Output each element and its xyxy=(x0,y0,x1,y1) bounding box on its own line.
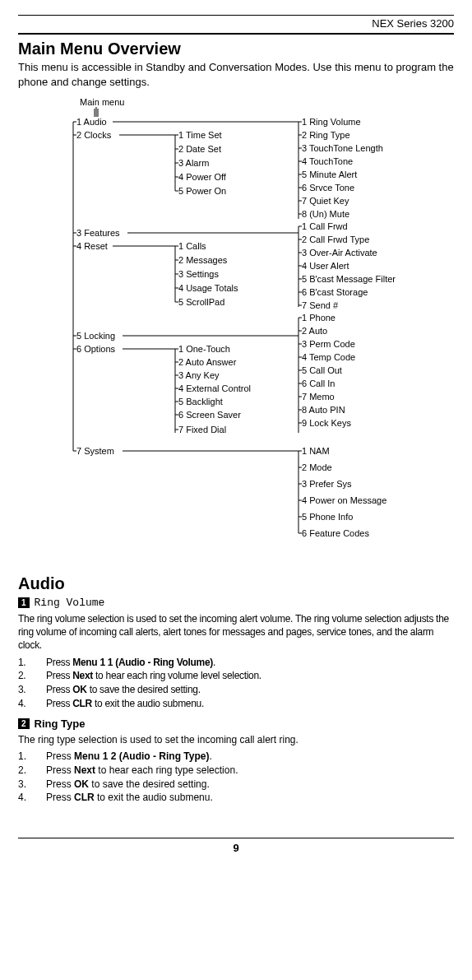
tree-item: 4 Power on Message xyxy=(302,495,386,505)
tree-item: 2 Auto Answer xyxy=(178,357,236,367)
section-number-icon: 1 xyxy=(18,597,30,608)
ring-volume-steps: 1.Press Menu 1 1 (Audio - Ring Volume). … xyxy=(18,656,454,711)
step-text: Press OK to save the desired setting. xyxy=(46,683,201,697)
product-name: NEX Series 3200 xyxy=(18,17,454,30)
step-text: Press Menu 1 2 (Audio - Ring Type). xyxy=(46,750,212,764)
tree-item: 6 Options xyxy=(76,344,115,354)
tree-item: 2 Clocks xyxy=(76,130,111,140)
tree-item: 1 One-Touch xyxy=(178,344,230,354)
tree-item: 6 Srvce Tone xyxy=(302,183,354,193)
tree-item: 6 Call In xyxy=(302,379,335,388)
tree-item: 3 Settings xyxy=(178,269,219,279)
ring-volume-title: Ring Volume xyxy=(35,597,105,609)
step-text: Press CLR to exit the audio submenu. xyxy=(46,791,213,805)
tree-item: 2 Mode xyxy=(302,462,332,472)
step-text: Press Next to hear each ring type select… xyxy=(46,764,238,778)
tree-item: 5 Minute Alert xyxy=(302,170,357,179)
tree-item: 2 Date Set xyxy=(178,144,221,154)
tree-item: 6 B'cast Storage xyxy=(302,287,368,297)
tree-item: 8 Auto PIN xyxy=(302,405,345,415)
tree-item: 9 Lock Keys xyxy=(302,418,351,428)
tree-item: 2 Messages xyxy=(178,255,227,265)
tree-item: 1 Calls xyxy=(178,241,206,251)
step-text: Press OK to save the desired setting. xyxy=(46,778,210,792)
tree-item: 7 Quiet Key xyxy=(302,196,349,206)
tree-item: 3 Features xyxy=(76,228,120,238)
menu-tree: Main menu 1 Audio 2 Clocks 3 Features 4 … xyxy=(30,97,442,566)
audio-heading: Audio xyxy=(18,574,454,593)
tree-item: 4 Temp Code xyxy=(302,352,355,362)
tree-item: 4 Usage Totals xyxy=(178,283,238,293)
tree-item: 1 Call Frwd xyxy=(302,221,348,231)
tree-item: 1 Time Set xyxy=(178,130,222,140)
tree-item: 4 Power Off xyxy=(178,172,226,182)
tree-item: 1 Audio xyxy=(76,117,107,127)
section-number-icon: 2 xyxy=(18,718,30,729)
tree-item: 3 Any Key xyxy=(178,370,220,380)
tree-item: 5 Backlight xyxy=(178,397,223,406)
tree-item: 5 ScrollPad xyxy=(178,297,224,307)
tree-item: 8 (Un) Mute xyxy=(302,209,349,219)
tree-item: 2 Call Frwd Type xyxy=(302,235,369,244)
step-text: Press Menu 1 1 (Audio - Ring Volume). xyxy=(46,656,215,670)
tree-item: 3 Over-Air Activate xyxy=(302,248,377,258)
ring-volume-desc: The ring volume selection is used to set… xyxy=(18,612,454,653)
page-title: Main Menu Overview xyxy=(18,39,454,58)
tree-item: 2 Auto xyxy=(302,326,327,336)
tree-item: 4 External Control xyxy=(178,383,251,393)
ring-type-desc: The ring type selection is used to set t… xyxy=(18,733,454,746)
tree-item: 5 B'cast Message Filter xyxy=(302,274,396,284)
tree-item: 3 Prefer Sys xyxy=(302,479,352,489)
step-text: Press CLR to exit the audio submenu. xyxy=(46,697,204,711)
tree-item: 7 Memo xyxy=(302,392,335,402)
page-number: 9 xyxy=(18,842,454,854)
intro-text: This menu is accessible in Standby and C… xyxy=(18,60,454,89)
tree-item: 4 TouchTone xyxy=(302,156,353,166)
tree-item: 6 Screen Saver xyxy=(178,410,241,420)
step-text: Press Next to hear each ring volume leve… xyxy=(46,669,261,683)
tree-item: 4 Reset xyxy=(76,241,108,251)
ring-type-steps: 1.Press Menu 1 2 (Audio - Ring Type). 2.… xyxy=(18,750,454,805)
tree-item: 7 Send # xyxy=(302,300,338,310)
tree-item: 1 NAM xyxy=(302,446,330,456)
tree-item: 5 Locking xyxy=(76,331,115,341)
tree-item: 7 System xyxy=(76,446,114,456)
tree-item: 3 TouchTone Length xyxy=(302,143,383,153)
tree-item: 3 Perm Code xyxy=(302,339,355,349)
tree-item: 5 Phone Info xyxy=(302,512,353,522)
tree-item: 6 Feature Codes xyxy=(302,528,369,538)
tree-item: 5 Call Out xyxy=(302,365,342,375)
tree-item: 4 User Alert xyxy=(302,261,349,271)
tree-item: 7 Fixed Dial xyxy=(178,425,226,434)
tree-item: 1 Ring Volume xyxy=(302,117,361,127)
tree-item: 2 Ring Type xyxy=(302,130,350,140)
tree-item: 3 Alarm xyxy=(178,158,209,168)
tree-item: 5 Power On xyxy=(178,186,226,196)
tree-item: 1 Phone xyxy=(302,313,335,323)
ring-type-title: Ring Type xyxy=(35,718,86,730)
tree-root: Main menu xyxy=(80,97,124,107)
